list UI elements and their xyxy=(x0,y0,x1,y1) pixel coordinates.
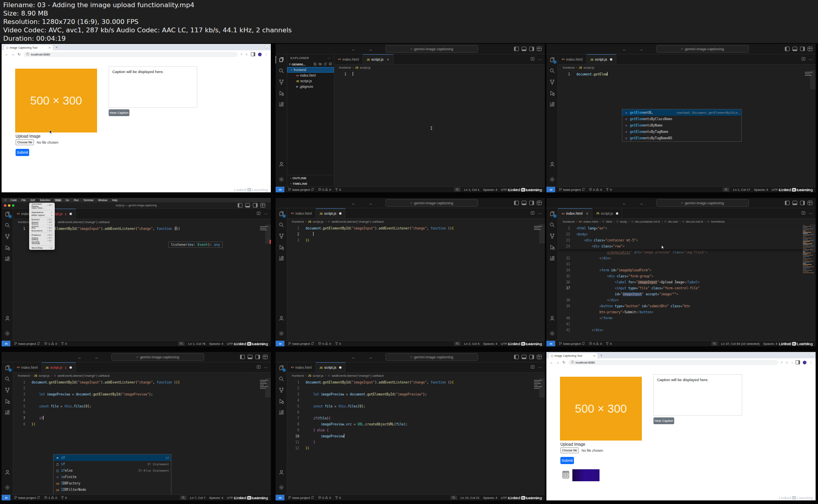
settings-gear-icon[interactable] xyxy=(278,484,284,490)
breadcrumb-item[interactable]: frontend xyxy=(292,374,304,378)
toggle-sidebar-icon[interactable] xyxy=(785,201,790,205)
editor-more-icon[interactable]: ⋯ xyxy=(538,211,542,215)
indentation-status[interactable]: Spaces: 4 xyxy=(483,188,497,192)
suggestion-ifelse[interactable]: □ifelseIf-Else Statement xyxy=(54,467,171,474)
new-tab-button[interactable]: + xyxy=(600,353,602,358)
customize-layout-icon[interactable] xyxy=(808,201,812,205)
breadcrumb-item[interactable]: frontend xyxy=(18,374,30,378)
problems-status[interactable]: 00 xyxy=(318,188,331,192)
run-debug-icon[interactable] xyxy=(4,245,10,251)
editor-more-icon[interactable]: ⋯ xyxy=(809,211,812,215)
editor-more-icon[interactable]: ⋯ xyxy=(809,57,812,61)
branch-status[interactable]: base-project xyxy=(288,342,314,346)
browser-tab[interactable]: Image Captioning Tool✕ xyxy=(4,45,53,50)
back-icon[interactable]: ← xyxy=(550,360,553,364)
hear-caption-button[interactable]: Hear Caption xyxy=(653,417,674,424)
breadcrumb-item[interactable]: script.js xyxy=(313,220,324,223)
problems-status[interactable]: 10 xyxy=(44,342,57,346)
file-input[interactable]: Choose fileNo file chosen xyxy=(560,447,603,453)
screencast-zoom-indicator[interactable] xyxy=(723,188,729,192)
extensions-icon[interactable] xyxy=(278,409,284,415)
menubar-item-selection[interactable]: Selection xyxy=(39,199,51,202)
window-control-icon[interactable]: ⌄ xyxy=(810,353,814,357)
account-icon[interactable] xyxy=(278,315,284,321)
breadcrumb-item[interactable]: div.container.mt-5 xyxy=(635,220,660,223)
settings-gear-icon[interactable] xyxy=(278,176,284,182)
branch-status[interactable]: base-project xyxy=(288,496,314,500)
menubar-item-view[interactable]: View xyxy=(54,199,62,202)
remote-indicator[interactable]: >< xyxy=(546,187,555,193)
split-editor-icon[interactable] xyxy=(530,365,535,370)
ports-status[interactable]: 0 xyxy=(61,342,67,346)
command-center-search[interactable]: ⌕gemini-image-captioning xyxy=(656,199,749,207)
close-window-button[interactable] xyxy=(4,204,6,207)
cursor-position[interactable]: Ln 1, Col 17 xyxy=(733,188,750,192)
breadcrumb-item[interactable]: frontend xyxy=(339,66,351,69)
source-control-icon[interactable] xyxy=(549,79,555,85)
menu-item-editor-layout[interactable]: Editor Layout▸ xyxy=(29,213,55,216)
editor-more-icon[interactable]: ⋯ xyxy=(264,366,268,370)
menubar-item-edit[interactable]: Edit xyxy=(30,199,36,202)
suggestion-IIRFilterNode[interactable]: [@]IIRFilterNode xyxy=(54,486,171,493)
remote-indicator[interactable]: >< xyxy=(276,187,284,193)
breadcrumb-item[interactable]: index.html xyxy=(584,220,598,223)
screencast-zoom-indicator[interactable] xyxy=(178,342,185,346)
split-editor-icon[interactable] xyxy=(801,57,806,62)
explorer-icon[interactable]: 1 xyxy=(4,365,10,371)
remote-indicator[interactable]: >< xyxy=(546,341,555,347)
screencast-zoom-indicator[interactable] xyxy=(454,342,461,346)
ports-status[interactable]: 0 xyxy=(606,342,612,346)
problems-status[interactable]: 00 xyxy=(318,342,331,346)
split-editor-icon[interactable] xyxy=(256,365,261,370)
menu-item-extensions[interactable]: Extensions⇧⌘X xyxy=(29,229,55,232)
address-bar[interactable]: ⓘlocalhost:8080 xyxy=(568,360,778,365)
tab-close-icon[interactable]: ✕ xyxy=(48,46,51,49)
remote-indicator[interactable]: >< xyxy=(276,495,284,501)
search-icon[interactable]: ⌕ xyxy=(781,360,782,364)
search-icon2[interactable] xyxy=(4,376,10,382)
hear-caption-button[interactable]: Hear Caption xyxy=(109,109,129,116)
suggestion-getElementsByTagName[interactable]: ◇getElementsByTagName xyxy=(622,128,741,135)
extensions-icon[interactable] xyxy=(549,255,555,261)
forward-icon[interactable]: → xyxy=(11,52,15,56)
menu-item-explorer[interactable]: Explorer⇧⌘E xyxy=(29,218,55,221)
browser-menu-icon[interactable]: ⋮ xyxy=(809,361,812,364)
extensions-icon[interactable] xyxy=(278,255,284,261)
suggestion-if[interactable]: □ifIf Statement xyxy=(54,461,171,467)
tab-script-js[interactable]: JSscript.js xyxy=(587,54,616,64)
indentation-status[interactable]: Spaces: 4 xyxy=(483,342,497,346)
toggle-secondary-sidebar-icon[interactable] xyxy=(529,355,534,359)
breadcrumb-item[interactable]: frontend xyxy=(563,66,574,69)
search-icon2[interactable] xyxy=(278,68,284,74)
menubar-item-terminal[interactable]: Terminal xyxy=(83,199,94,202)
command-center-search[interactable]: ⌕gemini-image-captioning xyxy=(385,199,478,207)
profile-avatar[interactable] xyxy=(258,53,262,56)
menubar-item-go[interactable]: Go xyxy=(65,199,70,202)
section-timeline[interactable]: ›TIMELINE xyxy=(287,181,334,186)
history-nav-arrows[interactable]: ← → xyxy=(351,355,378,360)
toggle-sidebar-icon[interactable] xyxy=(785,47,790,51)
run-debug-icon[interactable] xyxy=(4,398,10,404)
toggle-sidebar-icon[interactable] xyxy=(238,203,242,208)
settings-gear-icon[interactable] xyxy=(4,484,10,490)
menu-item-appearance[interactable]: Appearance▸ xyxy=(29,211,55,213)
menu-item-problems[interactable]: Problems⇧⌘M xyxy=(29,233,55,236)
toggle-secondary-sidebar-icon[interactable] xyxy=(529,201,534,205)
screencast-zoom-indicator[interactable] xyxy=(180,496,187,500)
suggestion-IDBFactory[interactable]: [@]IDBFactory xyxy=(54,480,171,486)
toggle-panel-icon[interactable] xyxy=(522,201,526,205)
run-debug-icon[interactable] xyxy=(278,244,284,250)
breadcrumb-item[interactable]: form#ima xyxy=(711,220,724,223)
search-icon2[interactable] xyxy=(549,68,555,74)
settings-gear-icon[interactable] xyxy=(278,330,284,336)
branch-status[interactable]: base-project xyxy=(14,342,40,346)
ports-status[interactable]: 0 xyxy=(335,188,341,192)
tab-index-html[interactable]: <>index.html xyxy=(334,54,363,64)
tab-script-js[interactable]: JSscript.js xyxy=(316,208,345,218)
toggle-panel-icon[interactable] xyxy=(248,355,252,359)
site-info-icon[interactable]: ⓘ xyxy=(571,360,574,364)
toggle-panel-icon[interactable] xyxy=(792,47,797,51)
split-editor-icon[interactable] xyxy=(530,211,535,216)
customize-layout-icon[interactable] xyxy=(537,47,542,51)
forward-icon[interactable]: → xyxy=(556,360,560,364)
